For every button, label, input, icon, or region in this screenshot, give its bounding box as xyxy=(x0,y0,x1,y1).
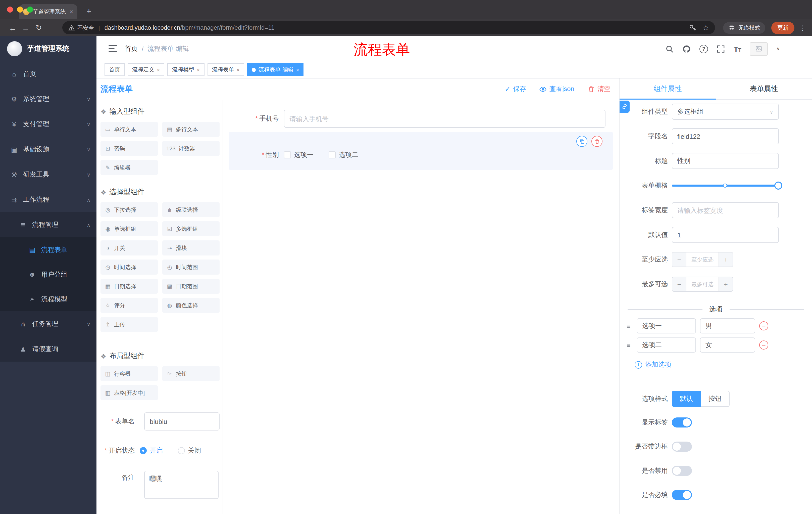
tab-component-props[interactable]: 组件属性 xyxy=(619,78,716,99)
close-window-button[interactable] xyxy=(7,6,13,12)
phone-input[interactable] xyxy=(284,110,606,128)
sidebar-logo[interactable]: 芋道管理系统 xyxy=(0,36,96,61)
border-toggle[interactable] xyxy=(672,441,692,452)
option-value-input[interactable] xyxy=(700,318,755,333)
palette-item-row-container[interactable]: ◫行容器 xyxy=(100,366,158,381)
field-name-input[interactable] xyxy=(672,128,779,144)
default-value-input[interactable] xyxy=(672,227,779,243)
sidebar-item-task-mgmt[interactable]: ⋔ 任务管理 ∨ xyxy=(0,311,96,336)
window-controls[interactable] xyxy=(7,6,33,12)
checkbox-icon[interactable] xyxy=(329,152,336,158)
palette-item-cascader[interactable]: ⋔级联选择 xyxy=(162,202,220,217)
form-canvas[interactable]: *手机号 *性别 选项一 选项二 xyxy=(223,100,619,514)
palette-item-slider[interactable]: ⊸滑块 xyxy=(162,240,220,255)
forward-icon[interactable]: → xyxy=(19,23,32,32)
url-text[interactable]: dashboard.yudao.iocoder.cn/bpm/manager/f… xyxy=(105,24,684,31)
palette-item-textarea[interactable]: ▤多行文本 xyxy=(162,122,220,137)
plus-button[interactable]: + xyxy=(719,252,733,267)
title-input[interactable] xyxy=(672,153,779,169)
view-json-button[interactable]: 查看json xyxy=(539,84,574,93)
avatar[interactable] xyxy=(750,42,768,56)
style-default-button[interactable]: 默认 xyxy=(672,391,701,407)
bookmark-star-icon[interactable]: ☆ xyxy=(703,24,709,31)
new-tab-button[interactable]: + xyxy=(82,6,95,17)
tag-close-icon[interactable]: × xyxy=(237,66,240,73)
tag-process-form-edit[interactable]: 流程表单-编辑× xyxy=(248,63,304,76)
status-on-radio[interactable]: 开启 xyxy=(140,446,163,455)
label-width-input[interactable] xyxy=(672,202,779,218)
panel-link-handle[interactable] xyxy=(619,101,630,113)
security-label[interactable]: 不安全 xyxy=(77,24,94,31)
reload-icon[interactable]: ↻ xyxy=(32,23,45,32)
maximize-window-button[interactable] xyxy=(27,6,33,12)
minus-button[interactable]: − xyxy=(672,277,686,291)
password-key-icon[interactable] xyxy=(689,24,697,31)
tag-home[interactable]: 首页 xyxy=(105,63,125,76)
palette-item-single-text[interactable]: ▭单行文本 xyxy=(100,122,158,137)
update-button[interactable]: 更新 xyxy=(771,21,794,34)
tag-close-icon[interactable]: × xyxy=(157,66,160,73)
tab-close-icon[interactable]: × xyxy=(69,8,74,15)
tag-process-definition[interactable]: 流程定义× xyxy=(127,63,165,76)
sidebar-item-system[interactable]: ⚙ 系统管理 ∨ xyxy=(0,86,96,112)
tag-close-icon[interactable]: × xyxy=(296,66,299,73)
sidebar-item-devtools[interactable]: ⚒ 研发工具 ∨ xyxy=(0,162,96,187)
required-toggle[interactable] xyxy=(672,490,692,500)
palette-item-checkbox-group[interactable]: ☑多选框组 xyxy=(162,221,220,236)
address-bar[interactable]: 不安全 | dashboard.yudao.iocoder.cn/bpm/man… xyxy=(62,21,715,34)
palette-item-counter[interactable]: 123计数器 xyxy=(162,141,220,156)
min-input[interactable] xyxy=(686,252,719,267)
sidebar-item-process-model[interactable]: ➢ 流程模型 xyxy=(0,287,96,311)
palette-item-radio-group[interactable]: ◉单选框组 xyxy=(100,221,158,236)
clear-button[interactable]: 清空 xyxy=(587,84,610,93)
show-label-toggle[interactable] xyxy=(672,417,692,428)
palette-item-password[interactable]: ⊡密码 xyxy=(100,141,158,156)
remark-textarea[interactable]: 嘿嘿 xyxy=(144,471,219,499)
option-label-input[interactable] xyxy=(637,318,696,333)
fullscreen-icon[interactable] xyxy=(717,45,725,53)
max-input[interactable] xyxy=(686,277,719,291)
hamburger-icon[interactable] xyxy=(109,45,117,52)
add-option-button[interactable]: + 添加选项 xyxy=(635,360,808,370)
sidebar-item-infra[interactable]: ▣ 基础设施 ∨ xyxy=(0,137,96,162)
palette-item-switch[interactable]: ◑开关 xyxy=(100,240,158,255)
back-icon[interactable]: ← xyxy=(6,23,19,32)
checkbox-icon[interactable] xyxy=(284,152,291,158)
palette-item-select[interactable]: ◎下拉选择 xyxy=(100,202,158,217)
disabled-toggle[interactable] xyxy=(672,466,692,476)
drag-handle-icon[interactable]: ≡ xyxy=(625,341,633,349)
github-icon[interactable] xyxy=(683,45,691,53)
sidebar-item-user-group[interactable]: ☻ 用户分组 xyxy=(0,262,96,287)
phone-field-row[interactable]: *手机号 xyxy=(223,110,619,128)
delete-field-button[interactable] xyxy=(591,136,603,147)
style-button-button[interactable]: 按钮 xyxy=(701,391,730,407)
font-size-icon[interactable]: TT xyxy=(734,45,742,53)
tag-process-form[interactable]: 流程表单× xyxy=(207,63,244,76)
option-label-input[interactable] xyxy=(637,337,696,353)
option-value-input[interactable] xyxy=(700,337,755,353)
component-type-select[interactable]: 多选框组 ∨ xyxy=(672,104,779,120)
slider-handle[interactable] xyxy=(774,182,782,190)
palette-item-table[interactable]: ▥表格[开发中] xyxy=(100,385,158,400)
gender-option-2[interactable]: 选项二 xyxy=(329,151,358,159)
palette-item-upload[interactable]: ↥上传 xyxy=(100,317,158,332)
tag-process-model[interactable]: 流程模型× xyxy=(168,63,204,76)
palette-item-button[interactable]: ☞按钮 xyxy=(162,366,220,381)
status-off-radio[interactable]: 关闭 xyxy=(178,446,201,455)
plus-button[interactable]: + xyxy=(719,277,733,291)
palette-item-color-picker[interactable]: ◍颜色选择 xyxy=(162,298,220,313)
drag-handle-icon[interactable]: ≡ xyxy=(625,322,633,330)
gender-option-1[interactable]: 选项一 xyxy=(284,151,314,159)
sidebar-item-process-form[interactable]: ▤ 流程表单 xyxy=(0,237,96,262)
copy-field-button[interactable] xyxy=(576,136,587,147)
palette-item-date-picker[interactable]: ▦日期选择 xyxy=(100,279,158,294)
help-icon[interactable]: ? xyxy=(699,45,708,53)
remove-option-button[interactable]: − xyxy=(759,341,768,350)
tag-close-icon[interactable]: × xyxy=(197,66,200,73)
sidebar-item-home[interactable]: ⌂ 首页 xyxy=(0,61,96,86)
breadcrumb-home[interactable]: 首页 xyxy=(125,44,138,53)
sidebar-item-leave-query[interactable]: ♟ 请假查询 xyxy=(0,336,96,361)
palette-item-date-range[interactable]: ▩日期范围 xyxy=(162,279,220,294)
sidebar-item-workflow[interactable]: ⇉ 工作流程 ∧ xyxy=(0,187,96,212)
tab-form-props[interactable]: 表单属性 xyxy=(716,78,812,99)
